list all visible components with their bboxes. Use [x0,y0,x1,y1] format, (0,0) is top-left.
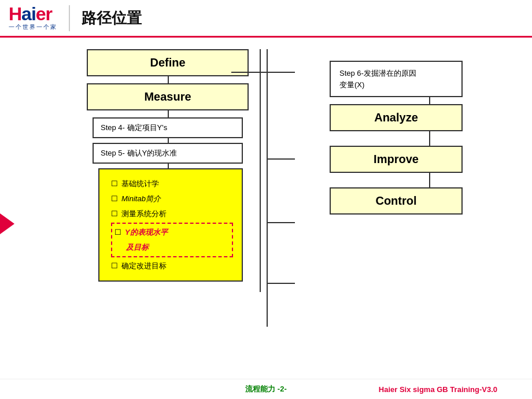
connector-analyze-improve [429,131,430,146]
checkbox-icon-5: ☐ [111,258,118,274]
footer-right: Haier Six sigma GB Training-V3.0 [379,385,497,394]
connector-define-measure [168,76,169,83]
right-flow: Step 6-发掘潜在的原因变量(X) Analyze Improve Cont… [249,49,515,215]
checkbox-icon-4: ☐ [114,225,121,240]
yellow-item-3: ☐ 测量系统分析 [111,206,233,221]
header-divider [69,5,70,31]
analyze-box: Analyze [330,104,463,131]
haier-logo: Haier [9,5,57,23]
yellow-item-2: ☐ Minitab简介 [111,191,233,206]
svg-marker-0 [0,213,14,234]
define-box: Define [87,49,249,76]
footer-center: 流程能力 -2- [245,384,287,394]
yellow-item-4-highlighted: ☐ Y的表现水平 及目标 [111,223,233,257]
logo-slogan: 一个世界一个家 [9,23,57,31]
left-column: Define Measure Step 4- 确定项目Y's Step 5- 确… [17,49,249,373]
connector-step6-analyze [429,97,430,104]
connector-improve-control [429,173,430,187]
page-title: 路径位置 [82,8,142,28]
yellow-item-5: ☐ 确定改进目标 [111,258,233,274]
yellow-content-box: ☐ 基础统计学 ☐ Minitab简介 ☐ 测量系统分析 ☐ Y的表 [98,168,243,282]
step5-box: Step 5- 确认Y的现水准 [93,143,243,164]
footer: 流程能力 -2- Haier Six sigma GB Training-V3.… [0,379,532,399]
connector-measure-step4 [168,110,169,117]
yellow-item-4b: 及目标 [114,240,230,255]
control-box: Control [330,187,463,215]
checkbox-icon-1: ☐ [111,176,118,191]
connector-step5-yellow [168,164,169,168]
checkbox-icon-3: ☐ [111,206,118,221]
step6-box: Step 6-发掘潜在的原因变量(X) [330,61,463,97]
yellow-item-1: ☐ 基础统计学 [111,176,233,191]
checkbox-icon-2: ☐ [111,191,118,206]
connector-step4-step5 [168,138,169,143]
measure-box: Measure [87,83,249,110]
logo-area: Haier 一个世界一个家 [9,5,57,31]
red-arrow [0,213,14,237]
step4-box: Step 4- 确定项目Y's [93,117,243,138]
main-content: Define Measure Step 4- 确定项目Y's Step 5- 确… [0,38,532,379]
improve-box: Improve [330,146,463,173]
right-column: Step 6-发掘潜在的原因变量(X) Analyze Improve Cont… [249,49,515,373]
header: Haier 一个世界一个家 路径位置 [0,0,532,38]
yellow-item-4: ☐ Y的表现水平 [114,225,230,240]
